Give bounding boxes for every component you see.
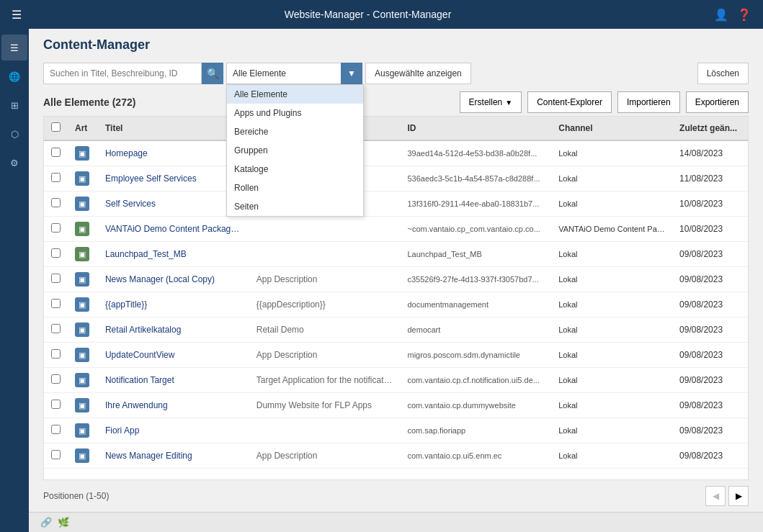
search-button[interactable]: 🔍 (202, 63, 223, 84)
user-icon[interactable]: 👤 (714, 8, 728, 22)
row-titel[interactable]: Ihre Anwendung (98, 393, 249, 418)
page-title: Content-Manager (29, 29, 763, 58)
dropdown-item-apps[interactable]: Apps und Plugins (227, 104, 363, 122)
row-checkbox[interactable] (51, 299, 61, 308)
sidebar-item-menu[interactable]: ☰ (1, 35, 27, 60)
row-checkbox[interactable] (51, 324, 61, 333)
erstellen-button[interactable]: Erstellen ▼ (460, 91, 522, 113)
pagination-next[interactable]: ▶ (728, 486, 749, 506)
dropdown-item-bereiche[interactable]: Bereiche (227, 122, 363, 141)
table-row: ▣ Launchpad_Test_MB Launchpad_Test_MB Lo… (44, 242, 748, 267)
row-date: 10/08/2023 (672, 217, 748, 242)
row-date: 14/08/2023 (672, 140, 748, 166)
row-channel: Lokal (551, 267, 672, 292)
filter-dropdown-arrow[interactable]: ▼ (341, 63, 362, 84)
bottom-leaf-icon: 🌿 (58, 517, 69, 528)
row-id: 39aed14a-512d-4e53-bd38-a0b28f... (400, 140, 551, 166)
delete-button[interactable]: Löschen (697, 63, 749, 84)
row-checkbox[interactable] (51, 173, 61, 182)
search-input[interactable] (43, 63, 202, 84)
row-channel: Lokal (551, 191, 672, 217)
table-row: ▣ Homepage 39aed14a-512d-4e53-bd38-a0b28… (44, 140, 748, 166)
row-type-icon: ▣ (75, 423, 89, 438)
row-channel: Lokal (551, 443, 672, 469)
row-type-icon: ▣ (75, 348, 89, 362)
main-content: Content-Manager 🔍 Alle Elemente ▼ Alle E… (29, 29, 763, 532)
row-titel[interactable]: Retail Artikelkatalog (98, 317, 249, 343)
row-titel[interactable]: News Manager Editing (98, 443, 249, 469)
row-checkbox-cell (44, 393, 68, 418)
dropdown-item-gruppen[interactable]: Gruppen (227, 141, 363, 160)
row-titel[interactable]: Launchpad_Test_MB (98, 242, 249, 267)
row-checkbox-cell (44, 166, 68, 191)
row-type-icon: ▣ (75, 197, 89, 211)
chain-icon[interactable]: 🔗 (40, 517, 52, 528)
row-art: ▣ (68, 368, 98, 393)
sidebar-item-tree[interactable]: ⊞ (1, 92, 27, 118)
row-titel[interactable]: Fiori App (98, 418, 249, 443)
col-channel: Channel (551, 117, 672, 140)
row-art: ▣ (68, 317, 98, 343)
row-channel: Lokal (551, 242, 672, 267)
row-checkbox-cell (44, 217, 68, 242)
col-art: Art (68, 117, 98, 140)
table-row: ▣ Fiori App com.sap.fioriapp Lokal 09/08… (44, 418, 748, 443)
row-art: ▣ (68, 292, 98, 317)
row-channel: Lokal (551, 292, 672, 317)
row-type-icon: ▣ (75, 171, 89, 186)
select-all-checkbox[interactable] (51, 122, 61, 132)
row-id: com.sap.fioriapp (400, 418, 551, 443)
row-titel[interactable]: Notification Target (98, 368, 249, 393)
dropdown-item-kataloge[interactable]: Kataloge (227, 160, 363, 179)
bottom-bar: 🔗 🌿 (29, 512, 763, 532)
dropdown-item-alle[interactable]: Alle Elemente (227, 85, 363, 104)
row-art: ▣ (68, 191, 98, 217)
row-type-icon: ▣ (75, 146, 89, 161)
row-checkbox[interactable] (51, 349, 61, 359)
importieren-button[interactable]: Importieren (617, 91, 680, 113)
pagination-prev[interactable]: ◀ (705, 486, 726, 506)
layout: ☰ 🌐 ⊞ ⬡ ⚙ Content-Manager 🔍 Alle Element… (0, 29, 763, 532)
sidebar-item-globe[interactable]: 🌐 (1, 63, 27, 89)
row-date: 11/08/2023 (672, 166, 748, 191)
search-wrapper: 🔍 (43, 63, 223, 84)
row-checkbox[interactable] (51, 198, 61, 207)
row-id: Launchpad_Test_MB (400, 242, 551, 267)
sidebar-item-grid[interactable]: ⬡ (1, 121, 27, 147)
row-checkbox[interactable] (51, 148, 61, 157)
pagination-nav: ◀ ▶ (705, 486, 749, 506)
row-date: 09/08/2023 (672, 443, 748, 469)
exportieren-button[interactable]: Exportieren (686, 91, 749, 113)
content-explorer-button[interactable]: Content-Explorer (527, 91, 612, 113)
row-desc (249, 217, 401, 242)
sidebar-item-settings[interactable]: ⚙ (1, 150, 27, 176)
toolbar: 🔍 Alle Elemente ▼ Alle Elemente Apps und… (29, 58, 763, 89)
dropdown-item-rollen[interactable]: Rollen (227, 179, 363, 197)
row-checkbox[interactable] (51, 450, 61, 459)
col-checkbox (44, 117, 68, 140)
row-id: com.vantaio.cp.ui5.enm.ec (400, 443, 551, 469)
show-selected-button[interactable]: Ausgewählte anzeigen (365, 63, 471, 84)
row-id: 536aedc3-5c1b-4a54-857a-c8d288f... (400, 166, 551, 191)
row-checkbox[interactable] (51, 374, 61, 384)
row-date: 09/08/2023 (672, 292, 748, 317)
row-id: c35526f9-27fe-4d13-937f-f3057bd7... (400, 267, 551, 292)
row-id: documentmanagement (400, 292, 551, 317)
menu-icon[interactable]: ☰ (12, 8, 22, 22)
erstellen-arrow-icon: ▼ (505, 99, 512, 107)
row-checkbox[interactable] (51, 400, 61, 409)
help-icon[interactable]: ❓ (737, 8, 751, 22)
row-checkbox-cell (44, 292, 68, 317)
dropdown-item-seiten[interactable]: Seiten (227, 197, 363, 216)
row-checkbox[interactable] (51, 223, 61, 233)
row-titel[interactable]: UpdateCountView (98, 343, 249, 368)
section-title: Alle Elemente (272) (43, 96, 135, 108)
row-titel[interactable]: VANTAiO Demo Content Package R... (98, 217, 249, 242)
row-titel[interactable]: News Manager (Local Copy) (98, 267, 249, 292)
row-checkbox[interactable] (51, 425, 61, 434)
row-titel[interactable]: {{appTitle}} (98, 292, 249, 317)
filter-dropdown-display[interactable]: Alle Elemente (226, 63, 342, 84)
row-checkbox[interactable] (51, 274, 61, 283)
table-container: Art Titel ID Channel Zuletzt geän... ▣ H… (43, 116, 749, 480)
row-checkbox[interactable] (51, 248, 61, 258)
